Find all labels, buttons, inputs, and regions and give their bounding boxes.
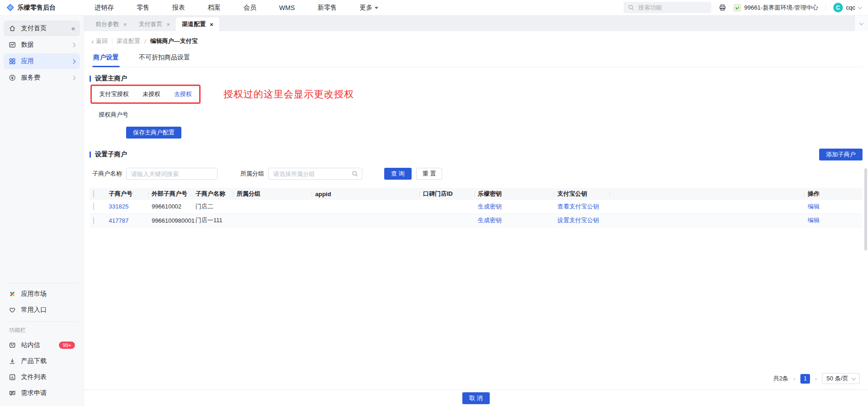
sidebar-item-inbox[interactable]: 站内信 99+	[4, 337, 80, 353]
sidebar-collapse-icon[interactable]: «	[71, 25, 75, 32]
nav-item-more[interactable]: 更多	[348, 4, 390, 12]
chevron-down-icon	[858, 5, 863, 9]
page-content: ‹ 返回 渠道配置 / 编辑商户—支付宝 商户设置 不可折扣商品设置 设置主商户…	[84, 31, 868, 390]
save-main-merchant-button[interactable]: 保存主商户配置	[126, 127, 181, 139]
sidebar-item-label: 产品下载	[21, 357, 47, 365]
appid-cell	[312, 214, 419, 227]
sub-merchant-id-link[interactable]: 417787	[109, 217, 128, 224]
group-label: 所属分组	[240, 170, 264, 178]
sub-merchant-table: 子商户号 外部子商户号 子商户名称 所属分组 appid 口碑门店ID 乐檬密钥…	[90, 188, 863, 228]
auth-highlight-box: 支付宝授权 未授权 去授权	[90, 85, 201, 104]
sub-merchant-id-link[interactable]: 331825	[109, 203, 128, 210]
logo-text: 乐檬零售后台	[17, 4, 56, 12]
nav-item-new-retail[interactable]: 新零售	[306, 4, 348, 12]
edit-link[interactable]: 编辑	[808, 203, 820, 210]
sidebar-item-apps[interactable]: 应用	[4, 53, 80, 69]
top-navigation: 进销存 零售 报表 档案 会员 WMS 新零售 更多	[83, 4, 390, 12]
set-pubkey-link[interactable]: 设置支付宝公钥	[557, 217, 599, 224]
logo-diamond-icon	[6, 4, 14, 11]
yen-circle-icon	[9, 74, 16, 81]
page-number-button[interactable]: 1	[800, 374, 810, 384]
nav-item-reports[interactable]: 报表	[161, 4, 196, 12]
tab-label: 渠道配置	[182, 20, 206, 28]
tab-close-icon[interactable]: ×	[167, 21, 170, 27]
sidebar-divider	[5, 283, 78, 283]
search-icon	[628, 5, 634, 11]
generate-secret-link[interactable]: 生成密钥	[478, 203, 502, 210]
sidebar-item-file-list[interactable]: 文件列表	[4, 369, 80, 385]
view-pubkey-link[interactable]: 查看支付宝公钥	[557, 203, 599, 210]
user-menu[interactable]: C cqc	[833, 3, 862, 12]
sidebar-item-label: 应用市场	[21, 290, 47, 298]
tenant-switcher[interactable]: 99661-新界面环境-管理中心	[734, 4, 818, 12]
main-area: 前台参数 × 支付首页 × 渠道配置 × ‹ 返回 渠道	[84, 16, 868, 406]
page-size-select[interactable]: 50 条/页	[822, 373, 860, 384]
sidebar-item-product-download[interactable]: 产品下载	[4, 353, 80, 369]
add-sub-merchant-button[interactable]: 添加子商户	[819, 149, 863, 160]
pagination: 共2条 ‹ 1 › 50 条/页	[90, 369, 863, 390]
generate-secret-link[interactable]: 生成密钥	[478, 217, 502, 224]
tab-close-icon[interactable]: ×	[210, 21, 213, 27]
avatar: C	[833, 3, 843, 12]
app-logo[interactable]: 乐檬零售后台	[6, 4, 83, 12]
line-chart-icon	[9, 41, 16, 48]
authorized-merchant-no-label: 授权商户号	[99, 111, 863, 119]
blank-cell	[609, 200, 804, 214]
chevron-right-icon	[71, 59, 76, 64]
cancel-button[interactable]: 取 消	[462, 392, 490, 404]
query-button[interactable]: 查 询	[384, 168, 412, 180]
group-select-input[interactable]	[268, 168, 362, 180]
printer-icon[interactable]	[719, 4, 726, 11]
sub-merchant-header: 设置子商户 添加子商户	[90, 149, 863, 160]
tab-overflow-button[interactable]	[854, 16, 868, 31]
col-actions: 操作	[804, 188, 863, 200]
row-checkbox[interactable]	[93, 217, 94, 224]
nav-item-wms[interactable]: WMS	[268, 4, 306, 11]
topbar-right: 99661-新界面环境-管理中心 C cqc	[624, 2, 862, 13]
search-input[interactable]	[637, 4, 701, 11]
footer-action-bar: 取 消	[84, 390, 868, 406]
tab-pay-home[interactable]: 支付首页 ×	[133, 17, 176, 31]
auth-status: 未授权	[143, 90, 160, 98]
tab-merchant-settings[interactable]: 商户设置	[92, 50, 120, 67]
topbar-divider	[826, 4, 826, 11]
global-search[interactable]	[624, 2, 711, 13]
reset-button[interactable]: 重 置	[416, 168, 443, 180]
sub-merchant-name-input[interactable]	[126, 168, 217, 180]
col-koubei-store-id: 口碑门店ID	[419, 188, 474, 200]
external-id-cell: 996610002	[148, 200, 192, 214]
prev-page-button[interactable]: ‹	[793, 375, 796, 382]
sidebar-item-data[interactable]: 数据	[4, 37, 80, 53]
nav-item-archives[interactable]: 档案	[196, 4, 232, 12]
sidebar-item-pay-home[interactable]: 支付首页 «	[4, 21, 80, 36]
tab-close-icon[interactable]: ×	[123, 21, 127, 27]
tab-channel-config[interactable]: 渠道配置 ×	[176, 17, 219, 31]
tenant-name: 99661-新界面环境-管理中心	[744, 4, 818, 12]
select-all-checkbox[interactable]	[93, 190, 94, 198]
vertical-scrollbar[interactable]	[864, 168, 867, 251]
sidebar-item-service-fee[interactable]: 服务费	[4, 70, 80, 85]
next-page-button[interactable]: ›	[814, 375, 818, 382]
sidebar-item-label: 数据	[21, 41, 34, 49]
breadcrumb-parent[interactable]: 渠道配置	[116, 37, 140, 45]
back-button[interactable]: ‹ 返回	[91, 37, 108, 45]
nav-item-retail[interactable]: 零售	[125, 4, 161, 12]
nav-item-inventory[interactable]: 进销存	[83, 4, 125, 12]
search-icon[interactable]	[352, 171, 358, 177]
col-lemon-secret: 乐檬密钥	[474, 188, 554, 200]
sidebar-item-app-market[interactable]: 应用市场	[4, 286, 80, 302]
external-id-cell: 9966100980001	[148, 214, 192, 227]
sidebar-item-request[interactable]: 需求申请	[4, 385, 80, 401]
file-list-icon	[9, 374, 16, 381]
nav-item-members[interactable]: 会员	[232, 4, 268, 12]
sidebar-item-favorites[interactable]: 常用入口	[4, 302, 80, 318]
home-icon	[9, 25, 16, 32]
topbar: 乐檬零售后台 进销存 零售 报表 档案 会员 WMS 新零售 更多 99661-…	[0, 0, 868, 16]
col-sub-merchant-name: 子商户名称	[192, 188, 233, 200]
tab-nondiscount-goods[interactable]: 不可折扣商品设置	[138, 50, 191, 67]
row-checkbox[interactable]	[93, 203, 94, 210]
go-authorize-link[interactable]: 去授权	[174, 90, 192, 98]
tab-front-params[interactable]: 前台参数 ×	[90, 17, 133, 31]
edit-link[interactable]: 编辑	[808, 217, 820, 224]
sidebar-item-label: 站内信	[21, 341, 40, 349]
